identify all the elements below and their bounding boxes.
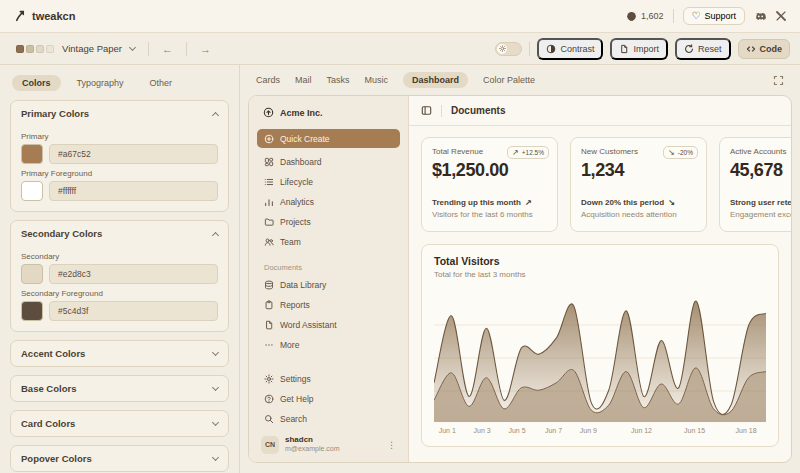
support-button[interactable]: ♡ Support bbox=[683, 7, 746, 25]
tab-other[interactable]: Other bbox=[140, 75, 183, 91]
sidebar-item-lifecycle[interactable]: Lifecycle bbox=[257, 172, 400, 192]
github-icon bbox=[626, 11, 637, 22]
section-header[interactable]: Popover Colors bbox=[11, 446, 228, 471]
theme-mode-toggle[interactable] bbox=[495, 42, 522, 56]
section-header[interactable]: Accent Colors bbox=[11, 341, 228, 366]
user-menu[interactable]: CN shadcn m@example.com ⋮ bbox=[257, 429, 400, 454]
sidebar-item-get-help[interactable]: Get Help bbox=[257, 389, 400, 409]
section-header[interactable]: Card Colors bbox=[11, 411, 228, 436]
x-tick-label: Jun 3 bbox=[474, 427, 491, 434]
x-twitter-link[interactable] bbox=[776, 11, 786, 21]
tab-tasks[interactable]: Tasks bbox=[327, 75, 350, 85]
reset-icon bbox=[684, 44, 694, 54]
sidebar-item-more[interactable]: More bbox=[257, 335, 400, 355]
sidebar-item-settings[interactable]: Settings bbox=[257, 369, 400, 389]
field-label: Primary Foreground bbox=[21, 169, 218, 178]
sidebar-item-data-library[interactable]: Data Library bbox=[257, 275, 400, 295]
company-switcher[interactable]: Acme Inc. bbox=[257, 105, 400, 120]
divider bbox=[673, 9, 674, 23]
user-name: shadcn bbox=[285, 435, 381, 445]
stat-line2: Visitors for the last 6 months bbox=[432, 210, 547, 219]
sidebar-item-projects[interactable]: Projects bbox=[257, 212, 400, 232]
section-primary-colors: Primary Colors Primary Primary Foregroun… bbox=[10, 100, 229, 212]
x-tick-label: Jun 15 bbox=[684, 427, 705, 434]
field-label: Secondary bbox=[21, 252, 218, 261]
trend-down-icon: ↘ bbox=[668, 198, 675, 207]
section-base-colors: Base Colors bbox=[10, 375, 229, 402]
sidebar-item-dashboard[interactable]: Dashboard bbox=[257, 152, 400, 172]
color-input-secondary-foreground[interactable] bbox=[49, 301, 218, 321]
help-circle-icon bbox=[264, 394, 274, 404]
stat-value: $1,250.00 bbox=[432, 160, 547, 181]
panel-left-toggle-icon[interactable] bbox=[421, 105, 432, 116]
github-stars-button[interactable]: 1,602 bbox=[626, 11, 664, 22]
theme-swatch-2 bbox=[26, 45, 34, 53]
color-swatch-secondary-foreground[interactable] bbox=[21, 301, 43, 321]
undo-button[interactable]: ← bbox=[156, 41, 179, 57]
code-button[interactable]: Code bbox=[738, 39, 791, 59]
section-header[interactable]: Secondary Colors bbox=[11, 221, 228, 246]
github-star-count: 1,602 bbox=[641, 11, 664, 21]
stat-line2: Engagement exceed targets bbox=[730, 210, 791, 219]
gear-icon bbox=[264, 374, 274, 384]
tab-mail[interactable]: Mail bbox=[295, 75, 312, 85]
stat-line1: Down 20% this period ↘ bbox=[581, 198, 696, 207]
color-swatch-primary-foreground[interactable] bbox=[21, 181, 43, 201]
sidebar-item-word-assistant[interactable]: Word Assistant bbox=[257, 315, 400, 335]
import-button[interactable]: Import bbox=[610, 38, 668, 60]
sidebar-item-reports[interactable]: Reports bbox=[257, 295, 400, 315]
sidebar-item-label: Data Library bbox=[280, 280, 326, 290]
divider bbox=[186, 42, 187, 56]
folder-icon bbox=[264, 217, 274, 227]
section-header[interactable]: Base Colors bbox=[11, 376, 228, 401]
color-swatch-primary[interactable] bbox=[21, 144, 43, 164]
database-icon bbox=[264, 280, 274, 290]
layout-dashboard-icon bbox=[264, 157, 274, 167]
quick-create-label: Quick Create bbox=[280, 134, 330, 144]
color-input-primary-foreground[interactable] bbox=[49, 181, 218, 201]
toggle-knob bbox=[497, 44, 507, 54]
sidebar-item-team[interactable]: Team bbox=[257, 232, 400, 252]
tab-dashboard[interactable]: Dashboard bbox=[403, 72, 468, 88]
preview-area: Cards Mail Tasks Music Dashboard Color P… bbox=[240, 65, 800, 473]
chevron-down-icon bbox=[129, 44, 136, 51]
plus-circle-icon bbox=[264, 134, 274, 144]
color-swatch-secondary[interactable] bbox=[21, 264, 43, 284]
chart-title: Total Visitors bbox=[434, 255, 766, 267]
quick-create-button[interactable]: Quick Create bbox=[257, 129, 400, 148]
fullscreen-button[interactable] bbox=[773, 75, 784, 86]
sidebar-item-search[interactable]: Search bbox=[257, 409, 400, 429]
redo-button[interactable]: → bbox=[194, 41, 217, 57]
stat-line1: Trending up this month ↗ bbox=[432, 198, 547, 207]
sidebar-item-analytics[interactable]: Analytics bbox=[257, 192, 400, 212]
section-header[interactable]: Primary Colors bbox=[11, 101, 228, 126]
tab-cards[interactable]: Cards bbox=[256, 75, 280, 85]
company-name: Acme Inc. bbox=[280, 108, 323, 118]
tab-colors[interactable]: Colors bbox=[12, 75, 61, 91]
trend-badge: ↗ +12.5% bbox=[507, 146, 549, 159]
tab-music[interactable]: Music bbox=[365, 75, 389, 85]
brand[interactable]: tweakcn bbox=[14, 10, 75, 22]
theme-selector[interactable]: Vintage Paper bbox=[10, 40, 141, 57]
sidebar-item-label: Team bbox=[280, 237, 301, 247]
dashboard-sidebar: Acme Inc. Quick Create Dashboard bbox=[249, 96, 409, 462]
tab-color-palette[interactable]: Color Palette bbox=[483, 75, 535, 85]
stat-title: Active Accounts bbox=[730, 147, 791, 156]
badge-value: +12.5% bbox=[522, 149, 544, 156]
ellipsis-vertical-icon: ⋮ bbox=[387, 440, 396, 450]
theme-name: Vintage Paper bbox=[62, 43, 122, 54]
tab-typography[interactable]: Typography bbox=[67, 75, 134, 91]
sidebar-item-label: Settings bbox=[280, 374, 311, 384]
chevron-up-icon bbox=[212, 231, 219, 238]
chevron-down-icon bbox=[212, 454, 219, 461]
badge-value: -20% bbox=[678, 149, 693, 156]
list-icon bbox=[264, 177, 274, 187]
stat-value: 45,678 bbox=[730, 160, 791, 181]
color-input-primary[interactable] bbox=[49, 144, 218, 164]
color-input-secondary[interactable] bbox=[49, 264, 218, 284]
reset-button[interactable]: Reset bbox=[675, 38, 731, 60]
discord-link[interactable] bbox=[754, 11, 767, 22]
contrast-button[interactable]: Contrast bbox=[537, 38, 603, 60]
chart-subtitle: Total for the last 3 months bbox=[434, 270, 766, 279]
editor-tabs: Colors Typography Other bbox=[12, 75, 229, 91]
